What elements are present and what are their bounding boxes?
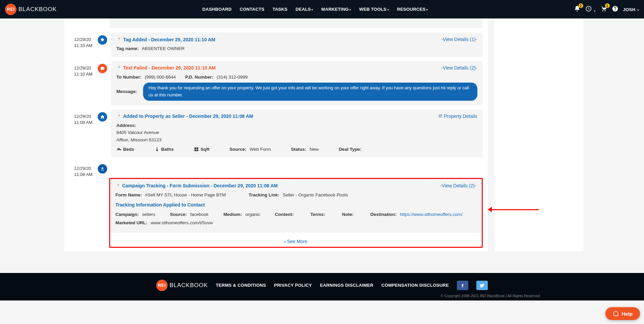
timeline-item-campaign: 12/29/2011:08 AM — [64, 159, 488, 178]
message-label: Message: — [117, 88, 137, 95]
chevron-down-icon: ▾ — [387, 8, 389, 11]
pin-icon[interactable] — [117, 113, 121, 119]
campaign-label: Campaign: — [116, 212, 139, 217]
destination-label: Destination: — [370, 212, 396, 217]
chevron-down-icon: ▾ — [594, 9, 596, 13]
chevron-down-icon: ▾ — [311, 8, 313, 11]
certificate-icon — [98, 164, 107, 174]
card-tag-added: Tag Added - December 29, 2020 11:10 AM -… — [111, 33, 483, 57]
marketedurl-label: Marketed URL: — [116, 220, 147, 225]
card-title: Tag Added - December 29, 2020 11:10 AM — [123, 37, 215, 42]
tracking-subheading: Tracking Information Applied to Contact — [116, 201, 476, 209]
nav-webtools[interactable]: WEB TOOLS▾ — [359, 7, 389, 12]
chevron-down-icon: ▾ — [349, 8, 351, 11]
highlight-annotation: Campaign Tracking - Form Submission - De… — [109, 178, 483, 248]
campaign-value: sellers — [142, 212, 155, 217]
pin-icon[interactable] — [117, 65, 121, 71]
see-more-button[interactable]: ▾See More — [110, 236, 482, 247]
triangle-down-icon: ▾ — [284, 240, 286, 244]
tagname-value: ABSENTEE OWNER — [142, 46, 185, 51]
footer-privacy[interactable]: PRIVACY POLICY — [274, 283, 312, 288]
cart-icon[interactable]: 1 — [600, 5, 607, 13]
pin-icon[interactable] — [116, 183, 120, 189]
source-label: Source: — [229, 147, 246, 152]
medium-value: organic — [245, 212, 260, 217]
chevron-down-icon: ▾ — [637, 8, 639, 12]
source-value: facebook — [190, 212, 209, 217]
view-details-link[interactable]: -View Details (2)- — [441, 65, 477, 71]
icon-col — [98, 109, 107, 122]
clock-icon[interactable]: ▾ — [585, 5, 596, 13]
copyright: © Copyright 2008-2021 REI BlackBook | Al… — [0, 291, 644, 298]
nav-right: 2 ▾ 1 JOSH ▾ — [574, 5, 639, 13]
card-title: Campaign Tracking - Form Submission - De… — [122, 183, 278, 188]
chevron-down-icon: ▾ — [426, 8, 428, 11]
facebook-button[interactable] — [457, 281, 468, 290]
footer-logo[interactable]: REI BLACKBOOK — [156, 280, 208, 291]
pd-number-value: (314) 312-0999 — [217, 75, 248, 80]
note-label: Note: — [342, 212, 354, 217]
tag-icon — [98, 35, 107, 45]
tagname-label: Tag name: — [117, 46, 139, 51]
status-value: New — [310, 147, 319, 152]
home-icon — [98, 112, 107, 122]
pd-number-label: P.D. Number: — [185, 75, 213, 80]
icon-col — [98, 33, 107, 45]
content-label: Content: — [275, 212, 293, 217]
top-navbar: REI BLACKBOOK DASHBOARD CONTACTS TASKS D… — [0, 0, 644, 18]
source-label: Source: — [170, 212, 187, 217]
comment-icon — [98, 64, 107, 73]
card-campaign-tracking: Campaign Tracking - Form Submission - De… — [110, 179, 482, 233]
formname-value: #Sell MY STL House - Home Page BTM — [145, 192, 226, 197]
timestamp: 12/29/2011:08 AM — [74, 109, 94, 126]
card-title: Added to Property as Seller - December 2… — [123, 113, 253, 119]
page-wrap: 12/29/2011:10 AM Tag Added - December 29… — [61, 18, 584, 251]
card-text-failed: Text Failed - December 29, 2020 11:10 AM… — [111, 61, 483, 105]
marketedurl-value: www.stlhomeoffers.com/t/5uvw — [151, 220, 213, 225]
formname-label: Form Name: — [116, 192, 142, 197]
address-line2: Affton, Missouri 63123 — [117, 136, 477, 144]
to-number-label: To Number: — [117, 75, 142, 80]
card-title: Text Failed - December 29, 2020 11:10 AM — [123, 65, 216, 71]
footer-compensation[interactable]: COMPENSATION DISCLOSURE — [381, 283, 449, 288]
logo[interactable]: REI BLACKBOOK — [5, 4, 57, 15]
logo-badge: REI — [156, 280, 168, 291]
sqft-label: Sqft — [194, 146, 209, 153]
bell-icon[interactable]: 2 — [574, 5, 581, 13]
nav-resources[interactable]: RESOURCES▾ — [397, 7, 428, 12]
destination-link[interactable]: https://www.stlhomeoffers.com/ — [400, 212, 463, 217]
timeline-item-text: 12/29/2011:10 AM Text Failed - December … — [64, 59, 488, 107]
nav-tasks[interactable]: TASKS — [272, 7, 288, 12]
footer-terms[interactable]: TERMS & CONDITIONS — [216, 283, 266, 288]
activity-feed: 12/29/2011:10 AM Tag Added - December 29… — [64, 18, 488, 251]
pin-icon[interactable] — [117, 37, 121, 42]
prev-card-bottom — [109, 18, 483, 28]
icon-col — [98, 161, 107, 174]
timestamp: 12/29/2011:08 AM — [74, 161, 94, 178]
message-bubble: Hey thank you for requesting an offer on… — [143, 83, 477, 101]
dealtype-label: Deal Type: — [339, 147, 361, 152]
user-menu[interactable]: JOSH ▾ — [623, 7, 639, 12]
trackinglink-label: Tracking Link: — [249, 192, 280, 197]
twitter-button[interactable] — [476, 281, 488, 290]
main-nav: DASHBOARD CONTACTS TASKS DEALS▾ MARKETIN… — [202, 7, 428, 12]
bell-badge: 2 — [578, 3, 583, 8]
help-icon[interactable] — [612, 5, 618, 13]
nav-contacts[interactable]: CONTACTS — [240, 7, 264, 12]
timestamp: 12/29/2011:10 AM — [74, 33, 94, 49]
nav-dashboard[interactable]: DASHBOARD — [202, 7, 231, 12]
status-label: Status: — [291, 147, 306, 152]
source-value: Web Form — [250, 147, 271, 152]
logo-badge: REI — [5, 4, 16, 15]
property-details-link[interactable]: Property Details — [438, 113, 477, 119]
view-details-link[interactable]: -View Details (2)- — [440, 183, 476, 188]
trackinglink-value: Seller - Organic Facebook Posts — [283, 192, 348, 197]
nav-marketing[interactable]: MARKETING▾ — [321, 7, 351, 12]
logo-text: BLACKBOOK — [170, 282, 208, 289]
footer-earnings[interactable]: EARNINGS DISCLAIMER — [320, 283, 374, 288]
icon-col — [98, 61, 107, 73]
view-details-link[interactable]: -View Details (1)- — [441, 37, 477, 42]
to-number-value: (999) 000-6644 — [145, 75, 176, 80]
address-line1: 8405 Valcour Avenue — [117, 129, 477, 136]
nav-deals[interactable]: DEALS▾ — [296, 7, 313, 12]
